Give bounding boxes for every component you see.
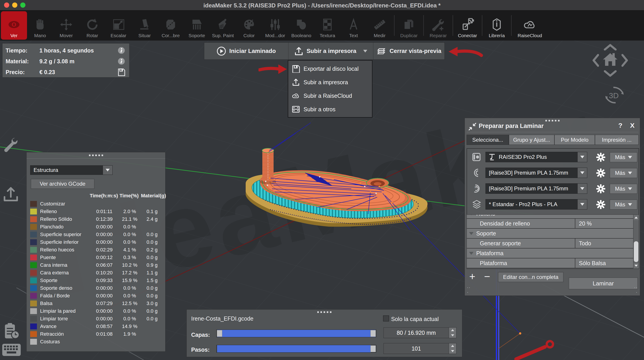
only-current-layer-checkbox[interactable] — [383, 315, 389, 321]
printer-type-select[interactable]: RAISE3D Pro2 Plus — [486, 152, 587, 162]
info-icon[interactable] — [118, 58, 125, 65]
right-filament-more-button[interactable]: Más — [610, 184, 637, 194]
table-row[interactable]: Relleno0:01:112.0 %0.1 g — [30, 208, 162, 215]
rotate-down-button[interactable] — [603, 70, 618, 77]
resize-grip[interactable]: ··· — [634, 285, 638, 295]
toolbar-button-textura[interactable]: Textura — [314, 11, 340, 40]
table-row[interactable]: Planchado0:00:000.0 % — [30, 223, 162, 231]
pasos-slider[interactable] — [216, 345, 376, 352]
menu-item-upload-raisecloud[interactable]: Subir a RaiseCloud — [288, 89, 372, 103]
structure-mode-select[interactable]: Estructura — [30, 165, 112, 175]
table-row[interactable]: Limpiar torre0:00:000.0 %0.0 g — [30, 315, 162, 323]
table-row[interactable]: Customizar — [30, 200, 162, 208]
rotate-3d-button[interactable]: 3D — [598, 83, 630, 106]
scroll-down-button[interactable] — [634, 263, 639, 268]
gear-icon[interactable] — [596, 169, 605, 178]
table-row[interactable]: Retracción0:01:081.9 % — [30, 330, 162, 338]
right-filament-select[interactable]: [Raise3D] Premium PLA 1.75mm — [486, 183, 587, 194]
toolbar-button-mano[interactable]: Mano — [27, 11, 53, 40]
drag-handle[interactable] — [187, 311, 462, 313]
spinner-up-button[interactable] — [449, 343, 456, 348]
view-gcode-button[interactable]: Ver archivo GCode — [31, 179, 94, 189]
table-row[interactable]: Costuras — [30, 338, 162, 345]
settings-group-relleno[interactable]: Relleno — [467, 214, 634, 219]
collapse-icon[interactable] — [468, 122, 477, 131]
start-slicing-button[interactable]: Iniciar Laminado — [204, 43, 288, 60]
toolbar-button-medir[interactable]: Medir — [366, 11, 393, 40]
menu-item-upload-others[interactable]: Subir a otros — [288, 103, 372, 116]
wrench-icon[interactable] — [3, 137, 18, 153]
toolbar-button-corte-libre[interactable]: Cor...bre — [158, 11, 184, 40]
rotate-left-button[interactable] — [592, 53, 599, 68]
table-row[interactable]: Relleno huecos0:02:294.1 %0.2 g — [30, 246, 162, 254]
scrollbar[interactable] — [633, 215, 639, 268]
toolbar-button-duplicar[interactable]: Duplicar — [396, 11, 422, 40]
tab-seleccionar[interactable]: Selecciona... — [466, 135, 509, 145]
toolbar-button-conectar[interactable]: Conectar — [454, 11, 480, 40]
spinner-down-button[interactable] — [449, 333, 456, 338]
table-row[interactable]: Superficie superior0:00:000.0 %0.0 g — [30, 231, 162, 238]
tab-impresion[interactable]: Impresión ... — [595, 135, 638, 145]
save-price-icon[interactable] — [118, 68, 125, 76]
spinner-down-button[interactable] — [449, 348, 456, 354]
capas-slider[interactable] — [216, 329, 376, 337]
capas-slider-handle-max[interactable] — [370, 330, 376, 337]
table-row[interactable]: Soporte denso0:00:000.0 %0.0 g — [30, 284, 162, 292]
add-setting-button[interactable]: + — [469, 271, 475, 282]
model-preview[interactable] — [239, 135, 437, 261]
chevron-down-icon[interactable] — [363, 50, 367, 53]
toolbar-button-modificador[interactable]: Mod...dor — [262, 11, 288, 40]
drag-handle[interactable] — [26, 155, 165, 156]
setting-plataforma[interactable]: Plataforma Sólo Balsa — [467, 258, 634, 268]
menu-item-upload-printer[interactable]: Subir a impresora — [288, 76, 372, 89]
table-row[interactable]: Cara interna0:06:0710.2 %0.9 g — [30, 261, 162, 269]
table-row[interactable]: Puente0:00:120.3 %0.0 g — [30, 254, 162, 261]
toolbar-button-booleano[interactable]: Booleano — [288, 11, 314, 40]
table-row[interactable]: Limpiar la pared0:00:000.0 %0.0 g — [30, 307, 162, 315]
toolbar-button-situar[interactable]: Situar — [132, 11, 158, 40]
table-row[interactable]: Soporte0:09:3315.9 %1.5 g — [30, 277, 162, 284]
gear-icon[interactable] — [596, 153, 605, 162]
toolbar-button-reparar[interactable]: Reparar — [425, 11, 451, 40]
menu-item-export-local[interactable]: Exportar al disco local — [288, 62, 372, 76]
toolbar-button-color[interactable]: Color — [236, 11, 262, 40]
pasos-slider-handle[interactable] — [370, 345, 376, 352]
close-preview-button[interactable]: Cerrar vista-previa — [373, 43, 444, 60]
template-more-button[interactable]: Más — [610, 200, 637, 209]
gear-icon[interactable] — [596, 184, 605, 193]
table-row[interactable]: Cara externa0:10:2017.2 %1.1 g — [30, 269, 162, 277]
table-row[interactable]: Falda / Borde0:00:000.0 %0.0 g — [30, 292, 162, 300]
left-filament-select[interactable]: [Raise3D] Premium PLA 1.75mm — [486, 168, 587, 178]
home-view-button[interactable] — [602, 51, 619, 68]
capas-slider-handle-min[interactable] — [217, 330, 222, 337]
help-button[interactable]: ? — [618, 122, 622, 129]
toolbar-button-sup-paint[interactable]: Sup. Paint — [210, 11, 236, 40]
keyboard-icon[interactable] — [2, 343, 21, 356]
edit-full-config-button[interactable]: Editar con...n completa — [498, 272, 564, 282]
toolbar-button-text[interactable]: Text — [340, 11, 366, 40]
settings-group-plataforma[interactable]: Plataforma — [467, 248, 634, 258]
table-row[interactable]: Avance0:08:5714.9 % — [30, 323, 162, 330]
slice-button[interactable]: Laminar — [569, 277, 638, 289]
left-filament-more-button[interactable]: Más — [610, 168, 637, 178]
toolbar-button-rotar[interactable]: Rotar — [79, 11, 106, 40]
tab-grupo-ajustes[interactable]: Grupo y Ajust... — [509, 135, 554, 145]
toolbar-button-ver[interactable]: Ver — [1, 11, 27, 40]
settings-group-soporte[interactable]: Soporte — [467, 229, 634, 239]
scrollbar-thumb[interactable] — [634, 241, 638, 262]
capas-spinner[interactable]: 80 / 16.920 mm — [384, 327, 456, 338]
info-icon[interactable] — [118, 47, 125, 54]
resize-grip[interactable]: ··· — [467, 285, 470, 295]
toolbar-button-raisecloud[interactable]: RaiseCloud — [513, 11, 547, 40]
tab-por-modelo[interactable]: Por Modelo — [554, 135, 595, 145]
toolbar-button-mover[interactable]: Mover — [53, 11, 79, 40]
printer-more-button[interactable]: Más — [610, 152, 637, 162]
remove-setting-button[interactable]: − — [484, 271, 490, 282]
table-row[interactable]: Relleno Sólido0:12:3921.1 %2.4 g — [30, 215, 162, 223]
toolbar-button-libreria[interactable]: Librería — [484, 11, 510, 40]
table-row[interactable]: Balsa0:07:2912.5 %3.0 g — [30, 300, 162, 307]
toolbar-button-soporte[interactable]: Soporte — [184, 11, 210, 40]
print-queue-icon[interactable] — [3, 322, 20, 340]
gear-icon[interactable] — [596, 200, 605, 209]
pasos-spinner[interactable]: 101 — [384, 343, 456, 354]
